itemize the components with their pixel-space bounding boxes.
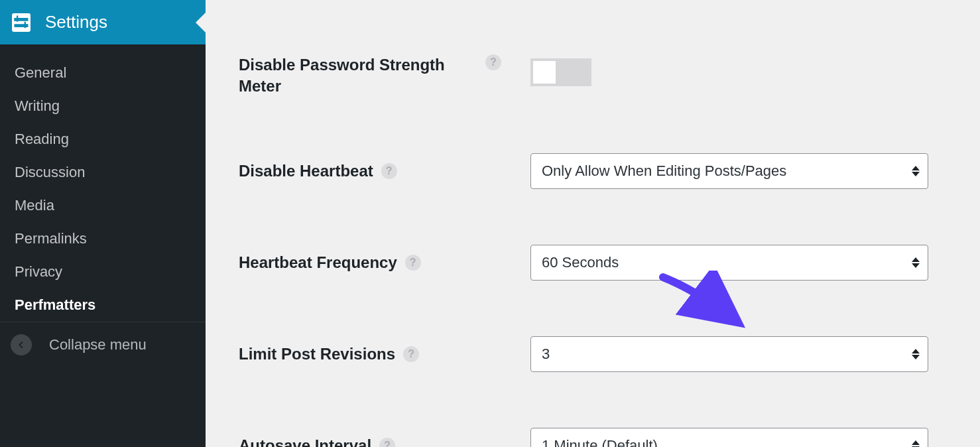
toggle-thumb xyxy=(533,61,556,84)
setting-label: Limit Post Revisions xyxy=(239,344,395,365)
autosave-interval-select[interactable]: 1 Minute (Default) xyxy=(530,428,928,447)
help-icon[interactable]: ? xyxy=(381,163,397,179)
select-value: 1 Minute (Default) xyxy=(542,437,658,447)
setting-control-cell: 60 Seconds xyxy=(530,245,951,281)
setting-control-cell: 1 Minute (Default) xyxy=(530,428,951,447)
select-chevrons-icon xyxy=(912,166,920,176)
sidebar-item-label: Writing xyxy=(15,97,60,114)
sidebar-item-perfmatters[interactable]: Perfmatters xyxy=(0,288,206,322)
sidebar-item-privacy[interactable]: Privacy xyxy=(0,255,206,288)
disable-heartbeat-select[interactable]: Only Allow When Editing Posts/Pages xyxy=(530,153,928,189)
settings-panel: Disable Password Strength Meter ? Disabl… xyxy=(206,0,980,447)
heartbeat-frequency-select[interactable]: 60 Seconds xyxy=(530,245,928,281)
sidebar-item-general[interactable]: General xyxy=(0,56,206,90)
setting-control-cell: Only Allow When Editing Posts/Pages xyxy=(530,153,951,189)
select-value: 3 xyxy=(542,346,550,363)
setting-label-cell: Heartbeat Frequency ? xyxy=(239,252,530,273)
setting-label: Disable Heartbeat xyxy=(239,160,373,182)
limit-post-revisions-select[interactable]: 3 xyxy=(530,336,928,372)
svg-rect-0 xyxy=(15,18,18,21)
setting-label-cell: Autosave Interval ? xyxy=(239,435,530,447)
setting-label: Disable Password Strength Meter xyxy=(239,54,477,97)
sidebar-item-label: Media xyxy=(15,197,54,214)
setting-label: Autosave Interval xyxy=(239,435,371,447)
setting-control-cell: 3 xyxy=(530,336,951,372)
sidebar-item-label: General xyxy=(15,64,66,81)
admin-sidebar: Settings General Writing Reading Discuss… xyxy=(0,0,206,447)
sidebar-item-label: Perfmatters xyxy=(15,296,95,313)
collapse-menu-label: Collapse menu xyxy=(49,336,147,353)
svg-rect-1 xyxy=(24,24,27,27)
password-strength-toggle[interactable] xyxy=(530,58,591,86)
sidebar-top-label: Settings xyxy=(45,12,107,32)
setting-control-cell xyxy=(530,54,951,86)
collapse-menu-button[interactable]: Collapse menu xyxy=(0,322,206,367)
sidebar-item-writing[interactable]: Writing xyxy=(0,90,206,123)
setting-row-password-strength: Disable Password Strength Meter ? xyxy=(239,0,951,125)
sidebar-item-discussion[interactable]: Discussion xyxy=(0,156,206,189)
sidebar-item-label: Discussion xyxy=(15,164,85,180)
setting-row-autosave-interval: Autosave Interval ? 1 Minute (Default) xyxy=(239,400,951,447)
select-chevrons-icon xyxy=(912,440,920,447)
select-value: 60 Seconds xyxy=(542,254,619,271)
setting-label: Heartbeat Frequency xyxy=(239,252,397,273)
sidebar-item-label: Reading xyxy=(15,131,69,147)
sidebar-item-media[interactable]: Media xyxy=(0,189,206,222)
setting-label-cell: Disable Password Strength Meter ? xyxy=(239,54,530,97)
sidebar-item-label: Permalinks xyxy=(15,230,87,247)
sidebar-item-label: Privacy xyxy=(15,263,62,280)
setting-row-heartbeat-frequency: Heartbeat Frequency ? 60 Seconds xyxy=(239,217,951,308)
help-icon[interactable]: ? xyxy=(379,438,395,447)
help-icon[interactable]: ? xyxy=(485,54,501,70)
select-chevrons-icon xyxy=(912,257,920,268)
setting-label-cell: Limit Post Revisions ? xyxy=(239,344,530,365)
select-chevrons-icon xyxy=(912,349,920,359)
help-icon[interactable]: ? xyxy=(403,346,419,362)
setting-row-limit-post-revisions: Limit Post Revisions ? 3 xyxy=(239,308,951,400)
sidebar-submenu: General Writing Reading Discussion Media… xyxy=(0,44,206,322)
select-value: Only Allow When Editing Posts/Pages xyxy=(542,162,786,180)
sidebar-item-permalinks[interactable]: Permalinks xyxy=(0,222,206,255)
sidebar-item-reading[interactable]: Reading xyxy=(0,123,206,156)
sidebar-section-settings[interactable]: Settings xyxy=(0,0,206,44)
collapse-chevron-icon xyxy=(11,334,32,355)
help-icon[interactable]: ? xyxy=(405,255,421,271)
setting-label-cell: Disable Heartbeat ? xyxy=(239,160,530,182)
settings-sliders-icon xyxy=(12,13,31,32)
setting-row-disable-heartbeat: Disable Heartbeat ? Only Allow When Edit… xyxy=(239,125,951,217)
